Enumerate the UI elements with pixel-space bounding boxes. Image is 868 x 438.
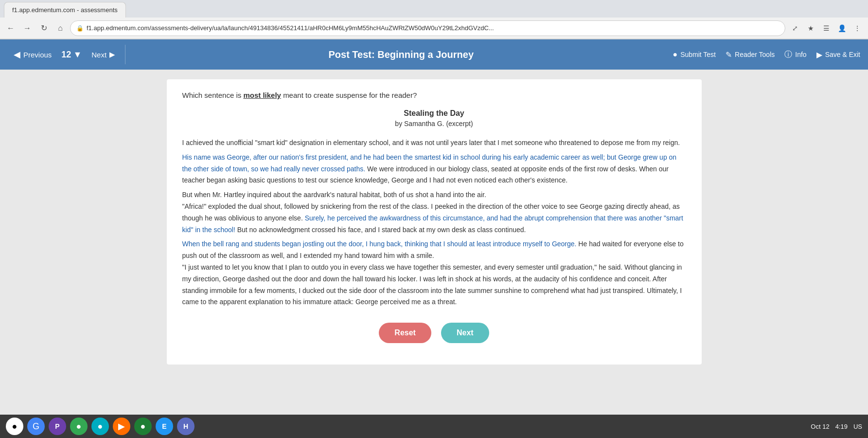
browser-back-button[interactable]: ←: [4, 21, 18, 35]
previous-arrow-icon: ◀: [14, 49, 20, 60]
tab-title: f1.app.edmentum.com - assessments: [12, 6, 118, 14]
bookmark-button[interactable]: ★: [804, 21, 817, 35]
taskbar-time: 4:19: [835, 423, 848, 430]
question-text-emphasis: most likely: [243, 91, 281, 99]
save-exit-icon: ▶: [816, 50, 822, 59]
save-exit-button[interactable]: ▶ Save & Exit: [816, 50, 860, 59]
taskbar-h-icon[interactable]: H: [177, 418, 195, 435]
taskbar-google-icon[interactable]: G: [27, 418, 45, 435]
button-row: Reset Next: [182, 323, 686, 353]
submit-test-button[interactable]: ● Submit Test: [673, 50, 716, 59]
next-button[interactable]: Next ▶: [86, 46, 121, 63]
highlighted-sentence-3: When the bell rang and students began jo…: [182, 240, 577, 248]
taskbar-time-area: Oct 12 4:19 US: [811, 423, 862, 430]
highlighted-sentence-1: His name was George, after our nation's …: [182, 153, 677, 173]
question-number: 12: [61, 50, 71, 60]
info-icon: ⓘ: [784, 50, 792, 60]
reader-tools-icon: ✎: [726, 50, 732, 59]
reader-tools-label: Reader Tools: [735, 51, 775, 58]
extensions-button[interactable]: ☰: [819, 21, 833, 35]
highlighted-sentence-2: Surely, he perceived the awkwardness of …: [182, 214, 683, 234]
browser-tab[interactable]: f1.app.edmentum.com - assessments: [4, 2, 126, 18]
question-card: Which sentence is most likely meant to c…: [167, 79, 702, 365]
taskbar-icon-4[interactable]: ▶: [113, 418, 130, 435]
taskbar-locale: US: [853, 423, 862, 430]
chevron-down-icon: ▼: [73, 50, 82, 60]
reset-button[interactable]: Reset: [379, 323, 431, 343]
browser-toolbar: ← → ↻ ⌂ 🔒 f1.app.edmentum.com/assessment…: [0, 18, 868, 39]
save-exit-label: Save & Exit: [825, 51, 860, 58]
taskbar-avatar-1[interactable]: P: [49, 418, 66, 435]
taskbar-date: Oct 12: [811, 423, 829, 430]
taskbar-icon-5[interactable]: ●: [134, 418, 152, 435]
address-bar[interactable]: 🔒 f1.app.edmentum.com/assessments-delive…: [70, 20, 785, 36]
passage-paragraph-2: His name was George, after our nation's …: [182, 152, 686, 186]
taskbar-icon-2[interactable]: ●: [70, 418, 88, 435]
submit-label: Submit Test: [680, 51, 716, 58]
question-number-selector[interactable]: 12 ▼: [57, 46, 86, 64]
taskbar-e-icon[interactable]: E: [156, 418, 173, 435]
profile-button[interactable]: 👤: [835, 21, 849, 35]
app-header: ◀ Previous 12 ▼ Next ▶ Post Test: Beginn…: [0, 39, 868, 70]
browser-forward-button[interactable]: →: [20, 21, 34, 35]
reader-tools-button[interactable]: ✎ Reader Tools: [726, 50, 775, 59]
browser-reload-button[interactable]: ↻: [37, 21, 51, 35]
info-label: Info: [795, 51, 806, 58]
taskbar-chrome-icon[interactable]: ●: [6, 418, 23, 435]
next-arrow-icon: ▶: [109, 50, 115, 59]
question-text-prefix: Which sentence is: [182, 91, 242, 99]
passage-paragraph-4: When the bell rang and students began jo…: [182, 238, 686, 308]
main-content: Which sentence is most likely meant to c…: [0, 70, 868, 419]
browser-home-button[interactable]: ⌂: [53, 21, 67, 35]
taskbar: ● G P ● ● ▶ ● E H Oct 12 4:19 US: [0, 415, 868, 438]
header-actions: ● Submit Test ✎ Reader Tools ⓘ Info ▶ Sa…: [673, 50, 860, 60]
next-passage-button[interactable]: Next: [441, 323, 489, 343]
taskbar-icon-3[interactable]: ●: [91, 418, 109, 435]
previous-button[interactable]: ◀ Previous: [8, 45, 57, 64]
info-button[interactable]: ⓘ Info: [784, 50, 806, 60]
passage-body: I achieved the unofficial "smart kid" de…: [182, 137, 686, 308]
passage-paragraph-1: I achieved the unofficial "smart kid" de…: [182, 137, 686, 149]
more-button[interactable]: ⋮: [850, 21, 864, 35]
submit-icon: ●: [673, 50, 677, 59]
browser-chrome: f1.app.edmentum.com - assessments ← → ↻ …: [0, 0, 868, 39]
passage-author: by Samantha G. (excerpt): [182, 120, 686, 128]
next-label: Next: [91, 51, 106, 59]
browser-actions: ⤢ ★ ☰ 👤 ⋮: [788, 21, 864, 35]
question-text-suffix: meant to create suspense for the reader?: [283, 91, 417, 99]
ssl-lock-icon: 🔒: [76, 25, 84, 32]
share-button[interactable]: ⤢: [788, 21, 802, 35]
passage-paragraph-3: But when Mr. Hartley inquired about the …: [182, 189, 686, 236]
previous-label: Previous: [23, 51, 52, 59]
test-title: Post Test: Beginning a Journey: [129, 49, 673, 60]
header-divider: [125, 45, 125, 64]
question-text: Which sentence is most likely meant to c…: [182, 91, 686, 99]
passage-title: Stealing the Day: [182, 109, 686, 118]
url-text: f1.app.edmentum.com/assessments-delivery…: [87, 24, 779, 32]
browser-tabs: f1.app.edmentum.com - assessments: [0, 0, 868, 18]
